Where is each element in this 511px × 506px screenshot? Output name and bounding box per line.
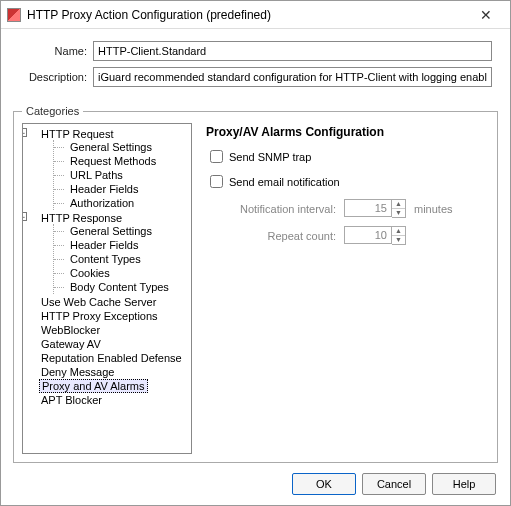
tree-req-auth[interactable]: Authorization bbox=[68, 197, 136, 209]
repeat-label: Repeat count: bbox=[206, 230, 336, 242]
tree-repdef[interactable]: Reputation Enabled Defense bbox=[39, 352, 184, 364]
description-label: Description: bbox=[19, 71, 87, 83]
category-tree[interactable]: − HTTP Request General Settings Request … bbox=[22, 123, 192, 454]
close-icon[interactable]: ✕ bbox=[470, 3, 502, 27]
categories-legend: Categories bbox=[22, 105, 83, 117]
tree-http-response[interactable]: HTTP Response bbox=[39, 212, 124, 224]
name-input[interactable] bbox=[93, 41, 492, 61]
interval-spinner[interactable]: ▲ ▼ bbox=[344, 199, 406, 218]
repeat-input[interactable] bbox=[344, 226, 392, 244]
app-icon bbox=[7, 8, 21, 22]
collapse-icon[interactable]: − bbox=[22, 128, 27, 137]
interval-unit: minutes bbox=[414, 203, 453, 215]
tree-req-general[interactable]: General Settings bbox=[68, 141, 154, 153]
tree-res-headers[interactable]: Header Fields bbox=[68, 239, 140, 251]
cancel-button[interactable]: Cancel bbox=[362, 473, 426, 495]
tree-proxyexc[interactable]: HTTP Proxy Exceptions bbox=[39, 310, 160, 322]
collapse-icon[interactable]: − bbox=[22, 212, 27, 221]
tree-denymsg[interactable]: Deny Message bbox=[39, 366, 116, 378]
categories-group: Categories − HTTP Request General Settin… bbox=[13, 105, 498, 463]
form-area: Name: Description: bbox=[1, 29, 510, 97]
description-input[interactable] bbox=[93, 67, 492, 87]
pane-heading: Proxy/AV Alarms Configuration bbox=[206, 125, 485, 139]
tree-apt[interactable]: APT Blocker bbox=[39, 394, 104, 406]
tree-webblocker[interactable]: WebBlocker bbox=[39, 324, 102, 336]
snmp-checkbox[interactable] bbox=[210, 150, 223, 163]
tree-req-urlpaths[interactable]: URL Paths bbox=[68, 169, 125, 181]
interval-up-icon[interactable]: ▲ bbox=[392, 200, 405, 209]
tree-res-cookies[interactable]: Cookies bbox=[68, 267, 112, 279]
settings-pane: Proxy/AV Alarms Configuration Send SNMP … bbox=[192, 123, 489, 454]
email-label: Send email notification bbox=[229, 176, 340, 188]
help-button[interactable]: Help bbox=[432, 473, 496, 495]
tree-res-ctypes[interactable]: Content Types bbox=[68, 253, 143, 265]
repeat-spinner[interactable]: ▲ ▼ bbox=[344, 226, 406, 245]
repeat-up-icon[interactable]: ▲ bbox=[392, 227, 405, 236]
button-bar: OK Cancel Help bbox=[292, 473, 496, 495]
interval-row: Notification interval: ▲ ▼ minutes bbox=[206, 199, 485, 218]
tree-res-body[interactable]: Body Content Types bbox=[68, 281, 171, 293]
snmp-row: Send SNMP trap bbox=[206, 147, 485, 166]
titlebar: HTTP Proxy Action Configuration (predefi… bbox=[1, 1, 510, 29]
tree-webcache[interactable]: Use Web Cache Server bbox=[39, 296, 158, 308]
tree-gatewayav[interactable]: Gateway AV bbox=[39, 338, 103, 350]
tree-alarms[interactable]: Proxy and AV Alarms bbox=[39, 379, 148, 393]
tree-http-request[interactable]: HTTP Request bbox=[39, 128, 116, 140]
tree-res-general[interactable]: General Settings bbox=[68, 225, 154, 237]
window-title: HTTP Proxy Action Configuration (predefi… bbox=[27, 8, 470, 22]
name-label: Name: bbox=[19, 45, 87, 57]
tree-req-methods[interactable]: Request Methods bbox=[68, 155, 158, 167]
snmp-label: Send SNMP trap bbox=[229, 151, 311, 163]
email-checkbox[interactable] bbox=[210, 175, 223, 188]
interval-input[interactable] bbox=[344, 199, 392, 217]
name-row: Name: bbox=[19, 41, 492, 61]
tree-req-headers[interactable]: Header Fields bbox=[68, 183, 140, 195]
description-row: Description: bbox=[19, 67, 492, 87]
email-row: Send email notification bbox=[206, 172, 485, 191]
ok-button[interactable]: OK bbox=[292, 473, 356, 495]
interval-label: Notification interval: bbox=[206, 203, 336, 215]
interval-down-icon[interactable]: ▼ bbox=[392, 209, 405, 217]
repeat-down-icon[interactable]: ▼ bbox=[392, 236, 405, 244]
repeat-row: Repeat count: ▲ ▼ bbox=[206, 226, 485, 245]
